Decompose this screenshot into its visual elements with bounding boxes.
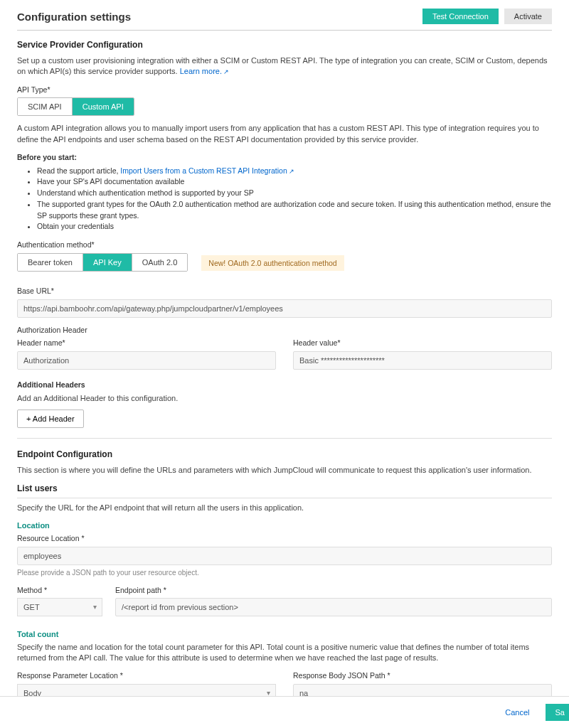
before-item-1: Read the support article, Import Users f…: [37, 166, 552, 177]
page-header: Configuration settings Test Connection A…: [17, 6, 552, 31]
before-item-3: Understand which authentication method i…: [37, 188, 552, 199]
auth-bearer[interactable]: Bearer token: [18, 254, 83, 271]
endpoint-config-desc: This section is where you will define th…: [17, 465, 552, 476]
location-subheading: Location: [17, 520, 552, 531]
import-users-article-link[interactable]: Import Users from a Custom REST API Inte…: [120, 166, 294, 175]
base-url-label: Base URL*: [17, 286, 552, 296]
header-buttons: Test Connection Activate: [422, 9, 552, 24]
total-count-subheading: Total count: [17, 629, 552, 640]
base-url-input[interactable]: [17, 299, 552, 318]
additional-headers-desc: Add an Additional Header to this configu…: [17, 393, 552, 404]
api-type-custom[interactable]: Custom API: [73, 98, 134, 115]
add-header-button[interactable]: + Add Header: [17, 410, 84, 428]
before-item-5: Obtain your credentials: [37, 221, 552, 232]
divider-1: [17, 438, 552, 439]
api-type-toggle: SCIM API Custom API: [17, 97, 134, 116]
additional-headers-heading: Additional Headers: [17, 380, 552, 390]
auth-oauth[interactable]: OAuth 2.0: [132, 254, 188, 271]
auth-method-label: Authentication method*: [17, 240, 552, 250]
custom-api-desc: A custom API integration allows you to m…: [17, 123, 552, 145]
endpoint-config-heading: Endpoint Configuration: [17, 449, 552, 461]
header-value-label: Header value*: [293, 338, 552, 348]
sp-config-heading: Service Provider Configuration: [17, 39, 552, 51]
header-value-input[interactable]: [293, 351, 552, 370]
list-users-desc: Specify the URL for the API endpoint tha…: [17, 503, 552, 513]
save-button[interactable]: Sa: [546, 704, 569, 721]
learn-more-link[interactable]: Learn more.: [180, 67, 230, 75]
auth-method-row: Bearer token API Key OAuth 2.0 New! OAut…: [17, 253, 552, 279]
cancel-button[interactable]: Cancel: [498, 704, 536, 721]
activate-button[interactable]: Activate: [504, 9, 552, 24]
before-you-start-label: Before you start:: [17, 152, 552, 163]
auth-header-row: Header name* Header value*: [17, 338, 552, 370]
before-item-2: Have your SP's API documentation availab…: [37, 176, 552, 188]
footer-bar: Cancel Sa: [0, 696, 569, 728]
method-select: [17, 598, 102, 616]
test-connection-button[interactable]: Test Connection: [422, 9, 499, 24]
sp-config-desc: Set up a custom user provisioning integr…: [17, 55, 552, 77]
auth-apikey[interactable]: API Key: [83, 254, 132, 271]
list-users-heading: List users: [17, 483, 552, 498]
response-json-path-label: Response Body JSON Path *: [293, 670, 552, 681]
before-item-4: The supported grant types for the OAuth …: [37, 199, 552, 222]
resource-location-input[interactable]: [17, 547, 552, 565]
oauth-notice: New! OAuth 2.0 authentication method: [201, 255, 344, 272]
api-type-scim[interactable]: SCIM API: [18, 98, 73, 115]
page-title: Configuration settings: [17, 9, 131, 24]
endpoint-path-input[interactable]: [115, 598, 552, 616]
method-endpoint-row: Method * Endpoint path *: [17, 585, 552, 617]
header-name-label: Header name*: [17, 338, 276, 348]
header-name-input[interactable]: [17, 351, 276, 370]
response-param-loc-label: Response Parameter Location *: [17, 670, 276, 681]
resource-location-hint: Please provide a JSON path to your user …: [17, 568, 552, 578]
method-label: Method *: [17, 585, 102, 596]
auth-header-heading: Authorization Header: [17, 325, 552, 336]
resource-location-label: Resource Location *: [17, 533, 552, 544]
endpoint-path-label: Endpoint path *: [115, 585, 552, 596]
before-you-start-list: Read the support article, Import Users f…: [17, 166, 552, 233]
auth-method-toggle: Bearer token API Key OAuth 2.0: [17, 253, 188, 272]
api-type-label: API Type*: [17, 85, 552, 95]
total-count-desc: Specify the name and location for the to…: [17, 642, 552, 664]
